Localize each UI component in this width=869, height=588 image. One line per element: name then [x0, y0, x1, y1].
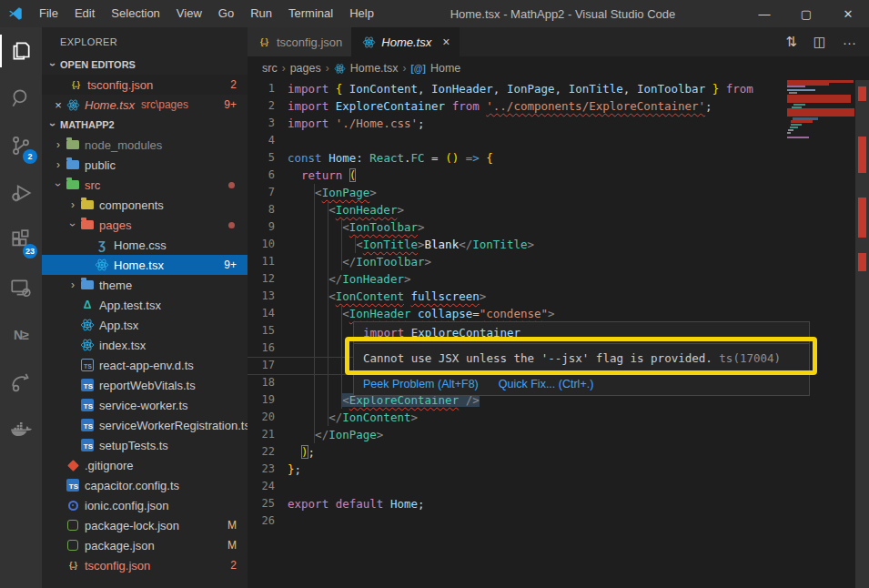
minimap-block [787, 137, 809, 138]
close-icon[interactable]: × [442, 35, 450, 49]
more-actions-icon[interactable]: ··· [843, 35, 856, 50]
code-text: </IonContent> [288, 409, 418, 426]
indent-guide [314, 340, 315, 357]
open-editor-tsconfig[interactable]: {..} tsconfig.json 2 [42, 75, 248, 95]
activity-remote-explorer[interactable] [0, 264, 42, 311]
tree-item-home-css[interactable]: ƷHome.css [42, 235, 248, 255]
search-icon [9, 86, 33, 110]
tree-item-src[interactable]: ›src [42, 175, 248, 195]
minimap-block [787, 95, 851, 103]
menu-go[interactable]: Go [210, 0, 242, 27]
folder-icon [66, 157, 80, 172]
activity-extensions[interactable]: 23 [0, 217, 42, 264]
tree-item-ionic-config-json[interactable]: ionic.config.json [42, 495, 248, 515]
json-icon: {..} [66, 558, 80, 573]
menu-terminal[interactable]: Terminal [280, 0, 341, 27]
menu-selection[interactable]: Selection [103, 0, 167, 27]
line-number: 11 [248, 253, 288, 270]
activity-live-share[interactable] [0, 359, 42, 406]
code-text: <IonHeader> [288, 201, 404, 218]
tree-item-package-lock-json[interactable]: package-lock.jsonM [42, 515, 248, 535]
tree-item-reportwebvitals-ts[interactable]: TSreportWebVitals.ts [42, 375, 248, 395]
close-button[interactable]: ✕ [827, 0, 869, 27]
css-icon: Ʒ [95, 238, 109, 252]
menu-file[interactable]: File [31, 0, 66, 27]
menu-run[interactable]: Run [242, 0, 280, 27]
tree-item-theme[interactable]: ›theme [42, 275, 248, 295]
minimize-button[interactable]: — [743, 0, 785, 27]
line-number: 10 [248, 236, 288, 253]
tree-item-tsconfig-json[interactable]: {..}tsconfig.json2 [42, 555, 248, 575]
line-number: 13 [248, 288, 288, 305]
line-number: 7 [248, 184, 288, 201]
indent-guide [314, 426, 315, 443]
git-modified-badge: M [227, 519, 237, 532]
open-editor-label: tsconfig.json [87, 78, 153, 92]
problems-badge: 9+ [224, 259, 237, 271]
tree-item-package-json[interactable]: package.jsonM [42, 535, 248, 555]
maximize-button[interactable]: ▢ [785, 0, 827, 27]
tab-home-tsx[interactable]: Home.tsx × [352, 27, 460, 56]
activity-source-control[interactable]: 2 [0, 122, 42, 169]
activity-explorer[interactable] [0, 27, 42, 75]
tree-item-setuptests-ts[interactable]: TSsetupTests.ts [42, 435, 248, 455]
tree-item-app-tsx[interactable]: App.tsx [42, 315, 248, 335]
breadcrumb-symbol-icon: [@] [411, 64, 426, 74]
close-icon[interactable]: × [51, 98, 66, 112]
activity-search[interactable] [0, 75, 42, 122]
tree-item-label: App.tsx [99, 319, 138, 332]
line-number: 4 [248, 132, 288, 149]
minimap-block [787, 86, 805, 87]
code-line-20: 20 </IonContent> [248, 409, 869, 426]
extensions-badge: 23 [23, 244, 37, 259]
open-editor-home-tsx[interactable]: × Home.tsx src\pages 9+ [42, 95, 248, 115]
tab-tsconfig-json[interactable]: {..} tsconfig.json [248, 27, 352, 56]
peek-problem-link[interactable]: Peek Problem (Alt+F8) [363, 378, 479, 390]
breadcrumb-src[interactable]: src [262, 62, 278, 75]
code-line-13: 13 <IonContent fullscreen> [248, 288, 869, 305]
tree-item-service-worker-ts[interactable]: TSservice-worker.ts [42, 395, 248, 415]
open-editor-label: Home.tsx [85, 98, 135, 112]
indent-guide [314, 253, 315, 270]
tree-item-capacitor-config-ts[interactable]: TScapacitor.config.ts [42, 475, 248, 495]
open-editors-header[interactable]: › OPEN EDITORS [42, 55, 248, 75]
tree-item-pages[interactable]: ›pages [42, 215, 248, 235]
breadcrumb-file[interactable]: Home.tsx [350, 62, 399, 75]
files-icon [9, 39, 33, 63]
tree-item-home-tsx[interactable]: Home.tsx9+ [42, 255, 248, 275]
tree-item-label: Home.css [114, 238, 167, 252]
activity-nx-console[interactable]: N≥ [0, 311, 42, 359]
code-line-24: 24 [248, 478, 869, 495]
remote-explorer-icon [9, 276, 33, 299]
project-header[interactable]: › MATHAPP2 [42, 115, 248, 135]
menu-view[interactable]: View [168, 0, 210, 27]
activity-docker[interactable] [0, 406, 42, 453]
problems-badge: 2 [230, 78, 237, 91]
menu-help[interactable]: Help [341, 0, 382, 27]
menu-edit[interactable]: Edit [66, 0, 103, 27]
indent-guide [341, 236, 342, 253]
sidebar-title: EXPLORER [42, 27, 248, 55]
window-title: Home.tsx - MathApp2 - Visual Studio Code [382, 7, 743, 21]
tree-item-components[interactable]: ›components [42, 195, 248, 215]
error-dot [228, 182, 235, 188]
tree-item-node-modules[interactable]: ›node_modules [42, 135, 248, 155]
code-line-22: 22 ); [248, 443, 869, 461]
tree-item-react-app-env-d-ts[interactable]: TSreact-app-env.d.ts [42, 355, 248, 375]
tree-item-public[interactable]: ›public [42, 155, 248, 175]
tree-item-app-test-tsx[interactable]: ΔApp.test.tsx [42, 295, 248, 315]
tree-item-index-tsx[interactable]: index.tsx [42, 335, 248, 355]
breadcrumb-pages[interactable]: pages [290, 62, 321, 75]
scrollbar-overview-ruler[interactable] [855, 80, 869, 588]
indent-guide [314, 236, 315, 253]
breadcrumb-symbol[interactable]: Home [430, 62, 460, 75]
compare-changes-icon[interactable]: ⇅ [785, 34, 797, 50]
activity-run-debug[interactable] [0, 169, 42, 217]
code-editor[interactable]: 1import { IonContent, IonHeader, IonPage… [248, 80, 869, 588]
tree-item-serviceworkerregistration-ts[interactable]: TSserviceWorkerRegistration.ts [42, 415, 248, 435]
quick-fix-link[interactable]: Quick Fix... (Ctrl+.) [499, 378, 594, 390]
indent-guide [328, 374, 328, 391]
code-line-21: 21 </IonPage> [248, 426, 869, 443]
split-editor-icon[interactable]: ◫ [813, 34, 826, 50]
tree-item--gitignore[interactable]: .gitignore [42, 455, 248, 475]
